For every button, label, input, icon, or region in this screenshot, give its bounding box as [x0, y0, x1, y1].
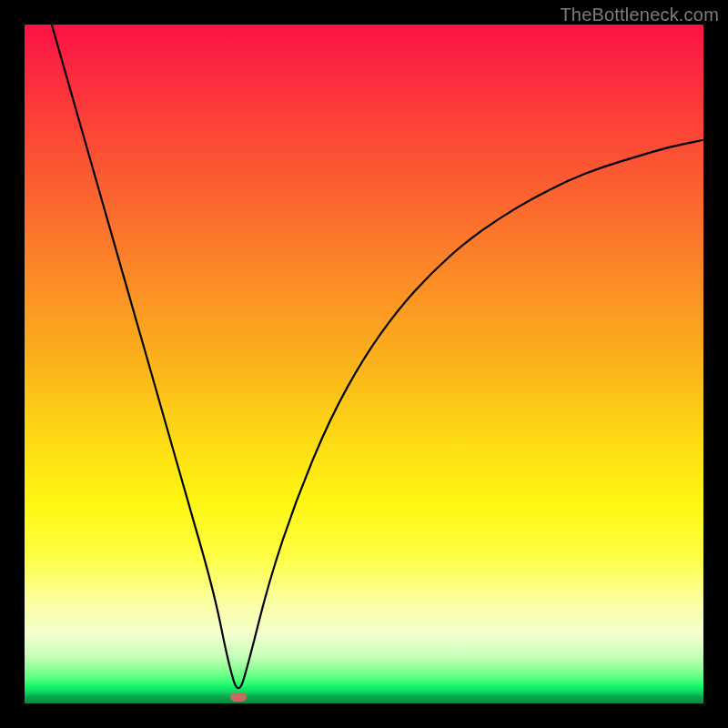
minimum-marker: [230, 693, 247, 702]
plot-area: [25, 25, 703, 703]
chart-frame: TheBottleneck.com: [0, 0, 728, 728]
watermark-text: TheBottleneck.com: [560, 5, 719, 25]
bottleneck-curve: [25, 25, 703, 703]
